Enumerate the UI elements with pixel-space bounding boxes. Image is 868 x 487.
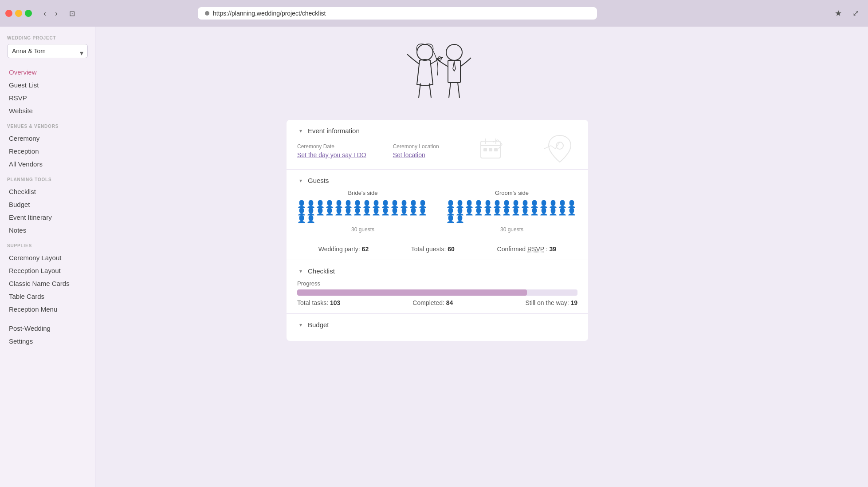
person-icon: 👤 — [306, 201, 315, 208]
illustration-area — [104, 27, 770, 120]
guests-title: Guests — [308, 177, 329, 184]
person-icon: 👤 — [306, 208, 315, 215]
event-info-chevron[interactable]: ▾ — [297, 127, 304, 135]
sidebar-item-guest-list[interactable]: Guest List — [7, 79, 88, 91]
person-icon: 👤 — [381, 201, 390, 208]
supplies-label: SUPPLIES — [7, 243, 88, 248]
completed-value: 84 — [446, 299, 453, 306]
sidebar-item-settings[interactable]: Settings — [7, 335, 88, 347]
guests-chevron[interactable]: ▾ — [297, 177, 304, 184]
couple-illustration — [389, 36, 486, 115]
person-icon: 👤 — [418, 208, 427, 215]
person-icon: 👤 — [530, 201, 539, 208]
checklist-stats: Total tasks: 103 Completed: 84 Still on … — [297, 299, 577, 306]
person-icon: 👤 — [511, 208, 520, 215]
sidebar-item-reception-layout[interactable]: Reception Layout — [7, 265, 88, 277]
sidebar-item-reception[interactable]: Reception — [7, 145, 88, 157]
person-icon: 👤 — [549, 208, 558, 215]
person-icon: 👤 — [297, 201, 306, 208]
confirmed-rsvp-stat: Confirmed RSVP : 39 — [497, 245, 557, 253]
sidebar-item-classic-name-cards[interactable]: Classic Name Cards — [7, 277, 88, 289]
person-icon: 👤 — [390, 201, 399, 208]
person-icon: 👤 — [539, 201, 548, 208]
traffic-lights — [5, 10, 32, 17]
project-select-wrapper[interactable]: Anna & Tom — [7, 44, 88, 62]
person-icon: 👤 — [372, 201, 381, 208]
person-icon: 👤 — [446, 201, 455, 208]
person-icon: 👤 — [567, 201, 576, 208]
svg-point-0 — [417, 44, 433, 60]
guests-section: ▾ Guests Bride's side 👤👤👤👤👤👤👤👤👤👤👤👤👤👤👤👤👤👤… — [287, 170, 588, 260]
person-icon: 👤 — [456, 201, 464, 208]
address-bar[interactable]: https://planning.wedding/project/checkli… — [198, 7, 597, 20]
calendar-icon — [480, 138, 507, 162]
url-text: https://planning.wedding/project/checkli… — [213, 10, 326, 17]
total-tasks-label: Total tasks: — [297, 299, 328, 306]
ceremony-date-label: Ceremony Date — [297, 143, 366, 150]
layout-button[interactable]: ⊡ — [66, 8, 79, 20]
budget-section: ▾ Budget — [287, 314, 588, 341]
person-icon: 👤 — [344, 208, 353, 215]
person-icon: 👤 — [372, 208, 381, 215]
sidebar-item-all-vendors[interactable]: All Vendors — [7, 158, 88, 170]
person-icon: 👤 — [558, 201, 567, 208]
checklist-chevron[interactable]: ▾ — [297, 268, 304, 275]
sidebar-item-website[interactable]: Website — [7, 105, 88, 117]
person-icon: 👤 — [567, 208, 576, 215]
person-icon: 👤 — [502, 201, 511, 208]
person-icon: 👤 — [362, 201, 371, 208]
project-select[interactable]: Anna & Tom — [7, 44, 88, 58]
sidebar-item-table-cards[interactable]: Table Cards — [7, 290, 88, 302]
person-icon: 👤 — [400, 201, 408, 208]
person-icon: 👤 — [521, 201, 530, 208]
person-icon: 👤 — [446, 216, 455, 223]
sidebar-item-post-wedding[interactable]: Post-Wedding — [7, 322, 88, 334]
sidebar-item-ceremony[interactable]: Ceremony — [7, 132, 88, 144]
sidebar-item-event-itinerary[interactable]: Event Itinerary — [7, 211, 88, 223]
ceremony-location-link[interactable]: Set location — [393, 151, 439, 158]
person-icon: 👤 — [306, 216, 315, 223]
total-tasks-value: 103 — [330, 299, 340, 306]
brides-count: 30 guests — [351, 226, 374, 233]
sidebar-item-rsvp[interactable]: RSVP — [7, 92, 88, 104]
ceremony-date-item: Ceremony Date Set the day you say I DO — [297, 143, 366, 158]
map-icon — [542, 133, 577, 164]
person-icon: 👤 — [353, 201, 362, 208]
person-icon: 👤 — [334, 208, 343, 215]
progress-track — [297, 289, 577, 296]
sidebar-item-checklist[interactable]: Checklist — [7, 186, 88, 198]
sidebar-item-ceremony-layout[interactable]: Ceremony Layout — [7, 252, 88, 264]
forward-button[interactable]: › — [51, 7, 61, 20]
person-icon: 👤 — [456, 216, 464, 223]
wedding-party-stat: Wedding party: 62 — [318, 245, 369, 253]
event-info-header: ▾ Event information — [297, 127, 577, 135]
colon: : — [546, 245, 550, 253]
venues-label: VENUES & VENDORS — [7, 124, 88, 129]
planning-label: PLANNING TOOLS — [7, 177, 88, 182]
bookmark-button[interactable]: ★ — [831, 7, 845, 20]
person-icon: 👤 — [474, 201, 483, 208]
person-icon: 👤 — [446, 208, 455, 215]
maximize-button[interactable] — [25, 10, 32, 17]
budget-chevron[interactable]: ▾ — [297, 321, 304, 329]
main-content: ▾ Event information Ceremony Date Set th… — [95, 27, 779, 487]
progress-fill — [297, 289, 527, 296]
security-icon — [205, 11, 209, 16]
checklist-title: Checklist — [308, 267, 335, 275]
person-icon: 👤 — [474, 208, 483, 215]
browser-chrome: ‹ › ⊡ https://planning.wedding/project/c… — [0, 0, 868, 27]
fullscreen-button[interactable]: ⤢ — [849, 7, 863, 20]
ceremony-date-link[interactable]: Set the day you say I DO — [297, 151, 366, 158]
sidebar-item-budget[interactable]: Budget — [7, 198, 88, 210]
event-info-grid: Ceremony Date Set the day you say I DO C… — [297, 140, 577, 162]
sidebar-item-overview[interactable]: Overview — [7, 66, 88, 78]
back-button[interactable]: ‹ — [40, 7, 50, 20]
sidebar-item-notes[interactable]: Notes — [7, 224, 88, 236]
person-icon: 👤 — [539, 208, 548, 215]
minimize-button[interactable] — [15, 10, 22, 17]
sidebar: WEDDING PROJECT Anna & Tom Overview Gues… — [0, 27, 95, 487]
close-button[interactable] — [5, 10, 12, 17]
person-icon: 👤 — [409, 201, 418, 208]
total-guests-label: Total guests: — [411, 245, 446, 253]
sidebar-item-reception-menu[interactable]: Reception Menu — [7, 303, 88, 315]
